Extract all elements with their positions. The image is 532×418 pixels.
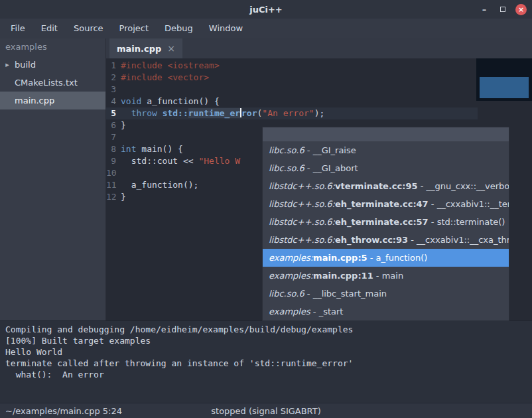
expander-icon[interactable]: ▸ <box>3 60 12 69</box>
code-token: ); <box>314 108 325 118</box>
terminal-line-0: Compiling and debugging /home/eidheim/ex… <box>5 324 527 335</box>
code-token: } <box>121 192 126 202</box>
frame-module: examples: <box>269 271 313 281</box>
stack-frame-item-5[interactable]: libstdc++.so.6:eh_throw.cc:93 - __cxxabi… <box>263 231 509 249</box>
frame-symbol: - __GI_abort <box>304 163 358 173</box>
code-token <box>121 108 131 118</box>
frame-symbol: - __GI_raise <box>304 145 356 155</box>
frame-symbol: - __gnu_cxx::__verbos <box>418 181 509 191</box>
close-button[interactable]: × <box>515 4 527 15</box>
line-number: 12 <box>106 191 121 203</box>
frame-symbol: - __cxxabiv1::__cxa_thro <box>408 235 509 245</box>
code-text: } <box>121 191 126 203</box>
terminal-line-1: [100%] Built target examples <box>5 335 527 346</box>
popup-header <box>263 127 509 141</box>
frame-symbol: - __cxxabiv1::__tern <box>429 199 509 209</box>
stack-frame-item-3[interactable]: libstdc++.so.6:eh_terminate.cc:47 - __cx… <box>263 195 509 213</box>
frame-module: examples <box>269 307 310 316</box>
code-token: a_function() { <box>141 96 219 106</box>
code-line-2[interactable]: 2#include <vector> <box>106 72 532 84</box>
terminal-line-4: what(): An error <box>5 369 527 380</box>
terminal-line-2: Hello World <box>5 346 527 358</box>
frame-symbol: - main <box>373 271 403 281</box>
line-number: 10 <box>106 167 121 179</box>
menu-edit[interactable]: Edit <box>33 19 66 38</box>
stack-frame-item-7[interactable]: examples:main.cpp:11 - main <box>263 267 509 285</box>
frame-module: libstdc++.so.6: <box>269 235 335 245</box>
menu-debug[interactable]: Debug <box>157 19 201 38</box>
frame-symbol: - __libc_start_main <box>304 289 387 299</box>
code-line-5[interactable]: 5 throw std::runtime_error("An error"); <box>106 107 478 119</box>
code-line-1[interactable]: 1#include <iostream> <box>106 60 532 72</box>
frame-module: libstdc++.so.6: <box>269 181 335 191</box>
stack-trace-popup: libc.so.6 - __GI_raiselibc.so.6 - __GI_a… <box>262 127 509 321</box>
code-text: int main() { <box>121 143 183 155</box>
code-text: std::cout << "Hello W <box>121 155 240 167</box>
stack-frame-item-4[interactable]: libstdc++.so.6:eh_terminate.cc:57 - std:… <box>263 213 509 231</box>
code-token: #include <vector> <box>121 72 209 82</box>
stack-frame-item-1[interactable]: libc.so.6 - __GI_abort <box>263 159 509 177</box>
file-tree-panel: examples ▸buildCMakeLists.txtmain.cpp <box>0 38 106 320</box>
menu-source[interactable]: Source <box>66 19 111 38</box>
titlebar[interactable]: juCi++ – × <box>0 0 532 19</box>
line-number: 7 <box>106 131 121 143</box>
stack-frame-item-8[interactable]: libc.so.6 - __libc_start_main <box>263 285 509 303</box>
file-tree-item-build[interactable]: ▸build <box>0 56 105 74</box>
stack-frame-item-6[interactable]: examples:main.cpp:5 - a_function() <box>263 249 509 267</box>
code-text: #include <iostream> <box>121 60 220 72</box>
line-number: 2 <box>106 72 121 84</box>
frame-module: libstdc++.so.6: <box>269 199 335 209</box>
code-token <box>157 108 163 118</box>
file-path-status: ~/examples/main.cpp 5:24 <box>0 406 122 416</box>
line-number: 3 <box>106 84 121 96</box>
code-line-3[interactable]: 3 <box>106 84 532 96</box>
frame-location: eh_terminate.cc:47 <box>335 199 429 209</box>
code-line-4[interactable]: 4void a_function() { <box>106 96 532 107</box>
frame-location: eh_throw.cc:93 <box>335 235 408 245</box>
window-controls: – × <box>478 0 527 19</box>
line-number: 1 <box>106 60 121 72</box>
line-number: 8 <box>106 143 121 155</box>
tab-label: main.cpp <box>117 44 161 54</box>
menu-file[interactable]: File <box>3 19 33 38</box>
stack-frame-item-9[interactable]: examples - _start <box>263 303 509 320</box>
editor-overlay-panel <box>476 58 532 101</box>
tab-main-cpp[interactable]: main.cpp × <box>109 38 182 58</box>
line-number: 5 <box>106 107 121 119</box>
code-token: void <box>121 96 141 106</box>
frame-module: examples: <box>269 253 313 263</box>
minimize-button[interactable]: – <box>478 3 490 15</box>
menu-project[interactable]: Project <box>111 19 157 38</box>
frame-location: vterminate.cc:95 <box>335 181 418 191</box>
menu-window[interactable]: Window <box>201 19 251 38</box>
stack-frame-item-2[interactable]: libstdc++.so.6:vterminate.cc:95 - __gnu_… <box>263 177 509 195</box>
file-tree-item-main-cpp[interactable]: main.cpp <box>0 92 105 109</box>
frame-location: main.cpp:5 <box>313 253 367 263</box>
window-title: juCi++ <box>249 5 283 15</box>
frame-location: eh_terminate.cc:57 <box>335 217 429 227</box>
code-token: main() { <box>136 144 182 154</box>
code-text: #include <vector> <box>121 72 209 84</box>
code-token: ror <box>241 108 257 118</box>
code-token: throw <box>131 108 157 118</box>
file-tree-item-cmakelists-txt[interactable]: CMakeLists.txt <box>0 74 105 92</box>
project-name: examples <box>0 38 105 56</box>
app-window: juCi++ – × FileEditSourceProjectDebugWin… <box>0 0 532 418</box>
tab-close-icon[interactable]: × <box>167 43 175 54</box>
code-token: } <box>121 120 126 130</box>
file-tree: ▸buildCMakeLists.txtmain.cpp <box>0 56 105 109</box>
editor-overlay-highlight <box>480 77 529 98</box>
code-token: #include <iostream> <box>121 60 220 70</box>
code-token: std::cout << <box>121 156 198 166</box>
frame-symbol: - std::terminate() <box>429 217 505 227</box>
code-text: throw std::runtime_error("An error"); <box>121 107 324 119</box>
terminal-lines: Compiling and debugging /home/eidheim/ex… <box>5 324 527 380</box>
code-token: int <box>121 144 136 154</box>
maximize-button[interactable] <box>497 3 509 15</box>
output-terminal[interactable]: Compiling and debugging /home/eidheim/ex… <box>0 320 532 403</box>
stack-frame-item-0[interactable]: libc.so.6 - __GI_raise <box>263 141 509 159</box>
tab-bar: main.cpp × <box>106 38 532 58</box>
code-text: void a_function() { <box>121 96 220 107</box>
code-token: a_function(); <box>121 180 198 190</box>
code-token: "An error" <box>262 108 314 118</box>
